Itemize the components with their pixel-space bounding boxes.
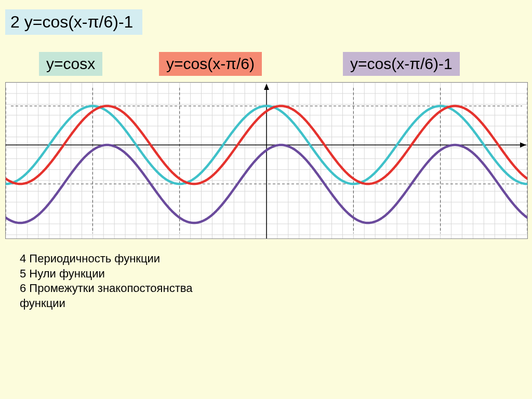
- legend-cos-shift: y=cos(x-π/6): [159, 52, 262, 76]
- note-line: 6 Промежутки знакопостоянства: [20, 281, 192, 296]
- note-line: функции: [20, 296, 192, 311]
- svg-marker-73: [520, 142, 526, 148]
- note-line: 5 Нули функции: [20, 267, 192, 282]
- chart-area: [5, 82, 528, 239]
- chart-svg: [6, 83, 527, 238]
- problem-title: 2 y=cos(x-π/6)-1: [5, 9, 142, 35]
- legend-cosx: y=cosx: [39, 52, 102, 76]
- notes-block: 4 Периодичность функции 5 Нули функции 6…: [20, 251, 192, 311]
- note-line: 4 Периодичность функции: [20, 251, 192, 267]
- svg-marker-75: [264, 84, 269, 90]
- legend-cos-shift-offset: y=cos(x-π/6)-1: [343, 52, 460, 76]
